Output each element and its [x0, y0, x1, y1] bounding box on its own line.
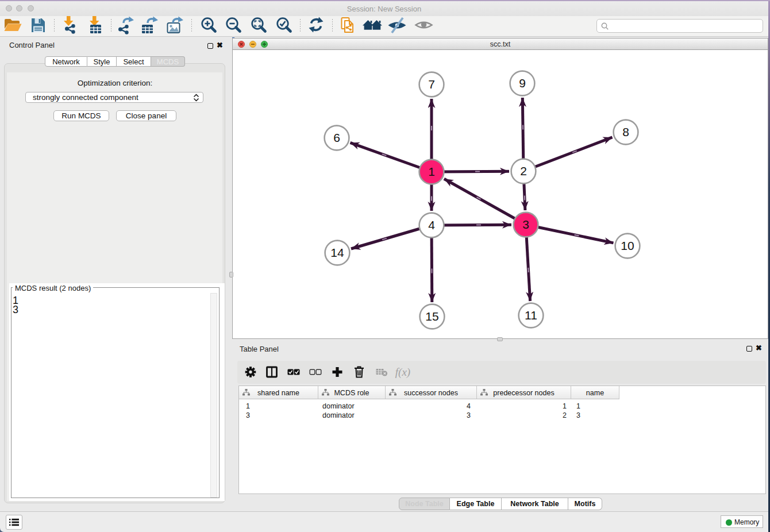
svg-text:1: 1 — [428, 165, 435, 178]
svg-text:7: 7 — [428, 78, 435, 91]
svg-text:11: 11 — [525, 309, 537, 322]
svg-text:15: 15 — [425, 310, 438, 323]
svg-text:14: 14 — [330, 246, 344, 259]
svg-text:f(x): f(x) — [395, 366, 410, 379]
svg-text:9: 9 — [519, 76, 526, 90]
svg-text:8: 8 — [622, 125, 629, 138]
svg-text:6: 6 — [333, 131, 340, 144]
svg-text:10: 10 — [621, 239, 634, 252]
svg-text:4: 4 — [428, 218, 435, 232]
svg-text:3: 3 — [522, 218, 529, 231]
svg-text:2: 2 — [520, 164, 527, 178]
